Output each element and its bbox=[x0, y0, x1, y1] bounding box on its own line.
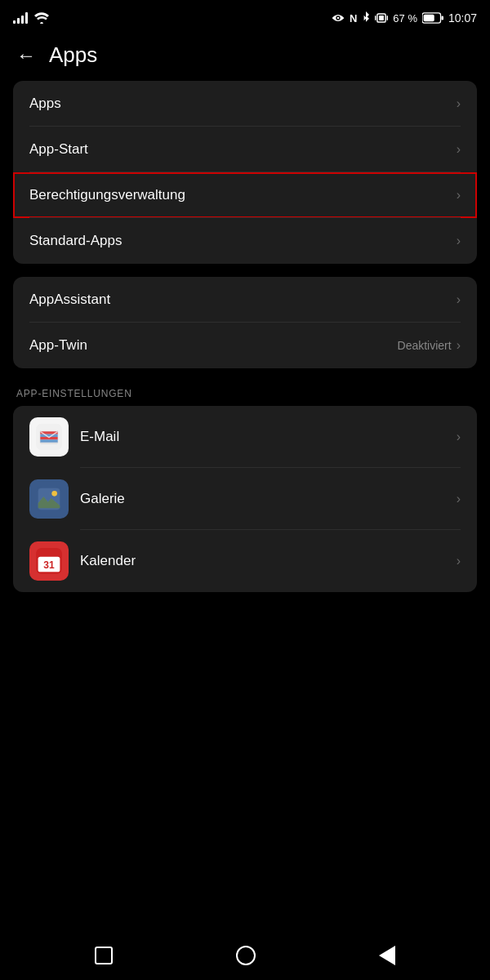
list-item-berechtigungsverwaltung[interactable]: Berechtigungsverwaltung › bbox=[13, 172, 477, 218]
card-assistant-settings: AppAssistant › App-Twin Deaktiviert › bbox=[13, 277, 477, 368]
bluetooth-icon bbox=[362, 11, 370, 24]
svg-point-1 bbox=[337, 17, 340, 20]
list-item-galerie-label: Galerie bbox=[80, 491, 125, 507]
chevron-icon: › bbox=[457, 492, 461, 506]
chevron-icon: › bbox=[457, 338, 461, 353]
status-bar: N 67 % 10:07 bbox=[0, 0, 490, 33]
item-left-kalender: 31 Kalender bbox=[29, 541, 136, 581]
item-left-email: E-Mail bbox=[29, 417, 119, 457]
list-item-email-label: E-Mail bbox=[80, 429, 119, 445]
list-item-apps-label: Apps bbox=[29, 96, 61, 112]
recent-apps-button[interactable] bbox=[95, 947, 113, 964]
list-item-standard-apps-label: Standard-Apps bbox=[29, 233, 122, 249]
time-display: 10:07 bbox=[448, 11, 477, 24]
battery-icon bbox=[422, 12, 443, 24]
list-item-kalender-label: Kalender bbox=[80, 553, 136, 569]
chevron-icon: › bbox=[457, 292, 461, 307]
page-title: Apps bbox=[49, 42, 97, 68]
list-item-kalender[interactable]: 31 Kalender › bbox=[13, 530, 477, 592]
list-item-appassistant[interactable]: AppAssistant › bbox=[13, 277, 477, 323]
signal-icon bbox=[13, 12, 28, 24]
gallery-app-icon bbox=[29, 479, 69, 519]
chevron-icon: › bbox=[457, 430, 461, 444]
svg-rect-4 bbox=[375, 16, 376, 20]
header: ← Apps bbox=[0, 33, 490, 81]
list-item-standard-apps[interactable]: Standard-Apps › bbox=[13, 218, 477, 264]
list-item-app-twin-label: App-Twin bbox=[29, 337, 87, 354]
list-item-appassistant-label: AppAssistant bbox=[29, 292, 110, 308]
svg-point-0 bbox=[40, 22, 43, 24]
back-button[interactable]: ← bbox=[16, 44, 36, 67]
back-icon bbox=[379, 946, 395, 965]
home-icon bbox=[236, 946, 256, 965]
svg-text:31: 31 bbox=[43, 559, 55, 571]
battery-percentage: 67 % bbox=[393, 12, 417, 24]
list-item-email[interactable]: E-Mail › bbox=[13, 406, 477, 468]
svg-rect-8 bbox=[424, 15, 434, 22]
item-left-galerie: Galerie bbox=[29, 479, 125, 519]
status-right: N 67 % 10:07 bbox=[332, 11, 477, 24]
eye-icon bbox=[332, 13, 345, 23]
nfc-icon: N bbox=[350, 12, 357, 24]
svg-point-17 bbox=[51, 491, 57, 497]
vibrate-icon bbox=[375, 12, 388, 24]
wifi-icon bbox=[34, 12, 49, 24]
list-item-galerie[interactable]: Galerie › bbox=[13, 468, 477, 530]
recent-apps-icon bbox=[95, 947, 113, 964]
chevron-icon: › bbox=[457, 554, 461, 568]
svg-rect-3 bbox=[379, 16, 384, 20]
svg-rect-7 bbox=[441, 16, 443, 20]
chevron-icon: › bbox=[457, 188, 461, 203]
card-app-settings: E-Mail › Galerie › bbox=[13, 406, 477, 592]
status-left bbox=[13, 12, 49, 24]
list-item-app-twin[interactable]: App-Twin Deaktiviert › bbox=[13, 323, 477, 368]
chevron-icon: › bbox=[457, 234, 461, 248]
list-item-app-start[interactable]: App-Start › bbox=[13, 127, 477, 172]
svg-rect-14 bbox=[40, 439, 57, 442]
svg-rect-5 bbox=[387, 16, 388, 20]
home-button[interactable] bbox=[236, 946, 256, 965]
chevron-icon: › bbox=[457, 96, 461, 111]
svg-rect-12 bbox=[40, 434, 57, 437]
list-item-apps[interactable]: Apps › bbox=[13, 81, 477, 127]
section-label-app-einstellungen: APP-EINSTELLUNGEN bbox=[0, 381, 490, 406]
app-twin-status: Deaktiviert bbox=[398, 339, 452, 352]
chevron-icon: › bbox=[457, 142, 461, 157]
back-nav-button[interactable] bbox=[379, 946, 395, 965]
card-main-settings: Apps › App-Start › Berechtigungsverwaltu… bbox=[13, 81, 477, 264]
email-app-icon bbox=[29, 417, 69, 457]
list-item-app-start-label: App-Start bbox=[29, 141, 88, 158]
navigation-bar bbox=[0, 931, 490, 980]
calendar-app-icon: 31 bbox=[29, 541, 69, 581]
list-item-app-twin-right: Deaktiviert › bbox=[398, 338, 461, 353]
list-item-berechtigungsverwaltung-label: Berechtigungsverwaltung bbox=[29, 187, 185, 203]
